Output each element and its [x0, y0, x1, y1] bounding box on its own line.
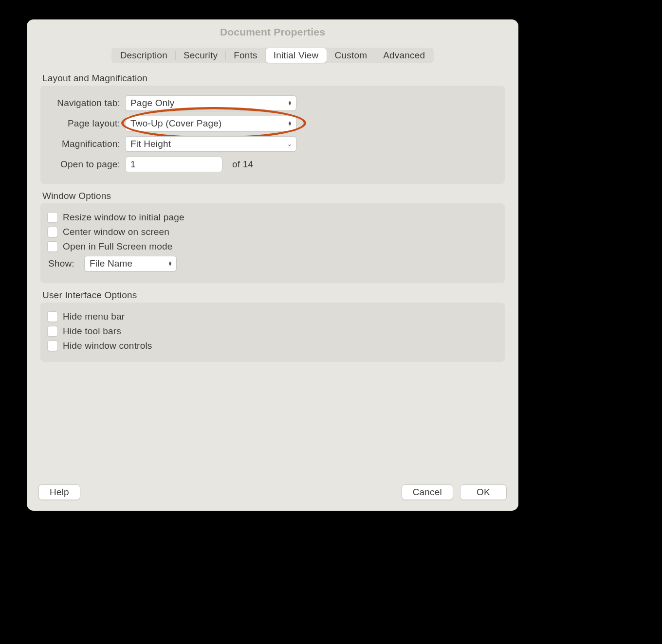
show-value: File Name	[90, 258, 132, 269]
updown-icon: ▲▼	[168, 261, 172, 266]
tab-description[interactable]: Description	[112, 48, 175, 63]
cancel-button[interactable]: Cancel	[402, 484, 453, 500]
window-options-group: Resize window to initial page Center win…	[40, 203, 505, 283]
center-window-label: Center window on screen	[63, 227, 169, 237]
magnification-value: Fit Height	[130, 139, 171, 149]
center-window-checkbox[interactable]	[47, 227, 58, 237]
tab-custom[interactable]: Custom	[327, 48, 375, 63]
show-label: Show:	[47, 258, 76, 269]
resize-window-checkbox[interactable]	[47, 212, 58, 223]
page-layout-label: Page layout:	[47, 118, 125, 129]
dialog-footer: Help Cancel OK	[27, 480, 518, 511]
tab-advanced[interactable]: Advanced	[375, 48, 433, 63]
navigation-tab-label: Navigation tab:	[47, 98, 125, 108]
page-layout-select[interactable]: Two-Up (Cover Page) ▲▼	[125, 116, 296, 131]
hide-toolbars-label: Hide tool bars	[63, 326, 121, 337]
content-area: Layout and Magnification Navigation tab:…	[27, 63, 518, 480]
tab-bar: Description Security Fonts Initial View …	[37, 48, 509, 63]
ui-options-group: Hide menu bar Hide tool bars Hide window…	[40, 303, 505, 362]
page-count-text: of 14	[232, 159, 253, 170]
magnification-select[interactable]: Fit Height ⌄	[125, 136, 296, 152]
hide-window-controls-label: Hide window controls	[63, 340, 152, 351]
open-to-page-value: 1	[130, 159, 136, 170]
document-properties-window: Document Properties Description Security…	[27, 19, 518, 511]
open-to-page-input[interactable]: 1	[125, 157, 222, 172]
layout-mag-heading: Layout and Magnification	[42, 73, 505, 84]
ok-button[interactable]: OK	[460, 484, 507, 500]
updown-icon: ▲▼	[288, 101, 292, 106]
page-layout-value: Two-Up (Cover Page)	[130, 118, 222, 129]
ui-options-heading: User Interface Options	[42, 290, 505, 301]
hide-window-controls-checkbox[interactable]	[47, 340, 58, 351]
title-text: Document Properties	[220, 26, 325, 38]
window-options-heading: Window Options	[42, 191, 505, 201]
tab-fonts[interactable]: Fonts	[226, 48, 265, 63]
tab-initial-view[interactable]: Initial View	[266, 48, 327, 63]
fullscreen-checkbox[interactable]	[47, 241, 58, 252]
updown-icon: ▲▼	[288, 121, 292, 126]
layout-mag-group: Navigation tab: Page Only ▲▼ Page layout…	[40, 86, 505, 184]
navigation-tab-value: Page Only	[130, 98, 175, 108]
magnification-label: Magnification:	[47, 139, 125, 149]
hide-menu-checkbox[interactable]	[47, 311, 58, 322]
window-title: Document Properties	[27, 19, 518, 45]
hide-menu-label: Hide menu bar	[63, 311, 125, 322]
tab-security[interactable]: Security	[176, 48, 225, 63]
fullscreen-label: Open in Full Screen mode	[63, 241, 173, 252]
open-to-page-label: Open to page:	[47, 159, 125, 170]
hide-toolbars-checkbox[interactable]	[47, 326, 58, 337]
help-button[interactable]: Help	[38, 484, 80, 500]
chevron-down-icon: ⌄	[287, 141, 292, 147]
navigation-tab-select[interactable]: Page Only ▲▼	[125, 95, 296, 111]
resize-window-label: Resize window to initial page	[63, 212, 184, 223]
show-select[interactable]: File Name ▲▼	[84, 256, 177, 271]
